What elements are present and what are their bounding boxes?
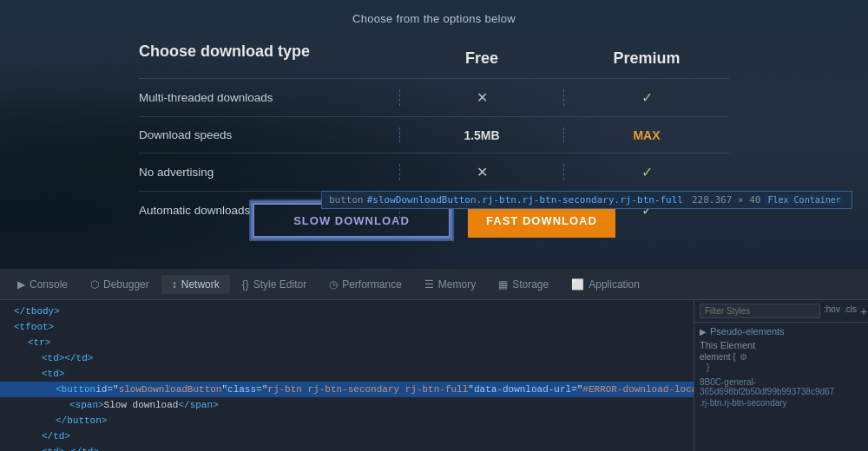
html-line: </td> — [0, 428, 694, 444]
pseudo-elements-label: Pseudo-elements — [710, 326, 785, 337]
this-element-section: This Element element { ⚙ } — [700, 340, 863, 372]
table-header: Choose download type Free Premium — [139, 42, 729, 78]
network-icon: ↕ — [172, 278, 177, 291]
table-row: Download speeds 1.5MB MAX — [139, 116, 729, 153]
feature-label: No advertising — [139, 166, 399, 179]
feature-label: Download speeds — [139, 128, 399, 141]
filter-styles-input[interactable] — [700, 304, 820, 318]
html-line: <td> </td> — [0, 444, 694, 451]
check-icon: ✓ — [641, 90, 653, 105]
tab-style-editor[interactable]: {} Style Editor — [232, 275, 317, 294]
this-element-label: This Element — [700, 340, 755, 350]
html-tree-panel: </tbody> <tfoot> <tr> <td></td> <td> <bu… — [0, 300, 694, 451]
html-line: <td></td> — [0, 350, 694, 366]
style-editor-icon: {} — [242, 278, 249, 291]
rule-file: 8B0C-general-365d698bf2b50df99b993738c9d… — [700, 377, 863, 396]
check-icon: ✓ — [641, 165, 653, 180]
html-line: </tbody> — [0, 304, 694, 319]
devtools-body: </tbody> <tfoot> <tr> <td></td> <td> <bu… — [0, 300, 868, 451]
this-element-header: This Element — [700, 340, 863, 350]
tooltip-container: Flex Container — [764, 194, 844, 206]
rule-section: 8B0C-general-365d698bf2b50df99b993738c9d… — [700, 377, 863, 408]
html-line: <tr> — [0, 335, 694, 350]
hov-toggle[interactable]: :hov — [824, 304, 840, 318]
rule-file-text: 8B0C-general-365d698bf2b50df99b993738c9d… — [700, 377, 863, 396]
performance-icon: ◷ — [329, 278, 338, 291]
tab-style-editor-label: Style Editor — [253, 278, 306, 291]
tab-application[interactable]: ⬜ Application — [561, 275, 650, 294]
free-value: ✕ — [399, 164, 564, 180]
tab-storage-label: Storage — [512, 278, 549, 291]
premium-col-header: Premium — [564, 42, 729, 78]
tooltip-size: 228.367 × 40 — [692, 194, 760, 206]
premium-value: MAX — [564, 127, 729, 142]
memory-icon: ☰ — [424, 278, 434, 291]
premium-value: ✓ — [564, 164, 729, 180]
element-rule-text: element { — [700, 352, 736, 362]
html-line: </button> — [0, 413, 694, 428]
devtools-panel: ▶ Console ⬡ Debugger ↕ Network {} Style … — [0, 269, 868, 451]
element-rule-close: } — [700, 363, 863, 372]
styles-panel: :hov .cls + ⚙ ▶ Pseudo-elements This Ele… — [694, 300, 868, 451]
premium-value: ✓ — [564, 89, 729, 106]
tab-performance[interactable]: ◷ Performance — [319, 275, 412, 294]
add-rule-icon[interactable]: + — [860, 304, 867, 318]
styles-icons: :hov .cls + ⚙ — [824, 304, 868, 318]
application-icon: ⬜ — [571, 278, 584, 291]
tab-console[interactable]: ▶ Console — [7, 275, 78, 294]
tab-debugger-label: Debugger — [103, 278, 149, 291]
subtitle: Choose from the options below — [352, 12, 516, 25]
free-col-header: Free — [399, 42, 564, 78]
free-value: ✕ — [399, 89, 564, 106]
feature-label: Multi-threaded downloads — [139, 91, 399, 104]
tab-debugger[interactable]: ⬡ Debugger — [80, 275, 160, 294]
tab-performance-label: Performance — [342, 278, 402, 291]
element-rule: element { ⚙ — [700, 352, 863, 362]
selected-html-line[interactable]: <button id="slowDownloadButton" class="r… — [0, 382, 694, 397]
arrow-icon: ▶ — [700, 327, 707, 337]
max-value: MAX — [633, 128, 660, 142]
devtools-toolbar: ▶ Console ⬡ Debugger ↕ Network {} Style … — [0, 269, 868, 300]
html-line: <td> — [0, 366, 694, 382]
free-value: 1.5MB — [399, 127, 564, 142]
gear-icon: ⚙ — [740, 352, 747, 362]
storage-icon: ▦ — [498, 278, 508, 291]
speed-value: 1.5MB — [464, 128, 499, 142]
rule-selector-text: .rj-btn.rj-btn-secondary — [700, 398, 787, 408]
cls-toggle[interactable]: .cls — [844, 304, 857, 318]
console-icon: ▶ — [17, 278, 25, 291]
cross-icon: ✕ — [477, 90, 488, 105]
html-line: <tfoot> — [0, 319, 694, 335]
tab-storage[interactable]: ▦ Storage — [488, 275, 559, 294]
feature-col-header: Choose download type — [139, 42, 399, 78]
cross-icon: ✕ — [477, 165, 488, 180]
tab-application-label: Application — [589, 278, 640, 291]
tooltip-bar: button #slowDownloadButton.rj-btn.rj-btn… — [321, 191, 852, 209]
rule-selector: .rj-btn.rj-btn-secondary — [700, 398, 863, 408]
tab-network-label: Network — [181, 278, 220, 291]
table-row: No advertising ✕ ✓ — [139, 153, 729, 191]
styles-toolbar: :hov .cls + ⚙ — [694, 300, 868, 323]
styles-content: ▶ Pseudo-elements This Element element {… — [694, 323, 868, 411]
tab-network[interactable]: ↕ Network — [161, 275, 230, 294]
tooltip-label: button — [329, 194, 364, 206]
table-row: Multi-threaded downloads ✕ ✓ — [139, 78, 729, 116]
tab-console-label: Console — [30, 278, 68, 291]
tab-memory[interactable]: ☰ Memory — [414, 275, 486, 294]
tooltip-selector: #slowDownloadButton.rj-btn.rj-btn-second… — [367, 194, 683, 206]
debugger-icon: ⬡ — [90, 278, 99, 291]
html-line: <span>Slow download</span> — [0, 397, 694, 413]
tab-memory-label: Memory — [438, 278, 476, 291]
download-chooser-section: Choose from the options below Choose dow… — [0, 0, 868, 269]
pseudo-elements-header[interactable]: ▶ Pseudo-elements — [700, 326, 863, 337]
